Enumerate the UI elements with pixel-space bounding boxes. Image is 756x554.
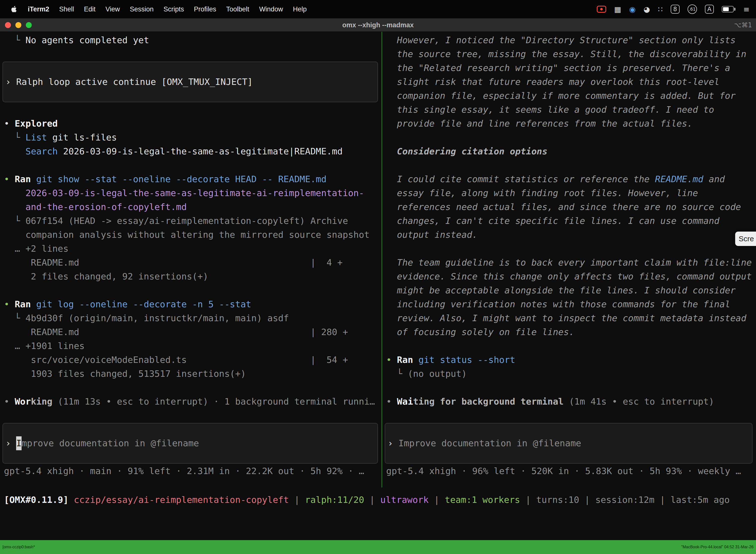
text-segment: Ran	[15, 174, 31, 184]
text-segment	[4, 146, 25, 156]
text-segment: README.md | 280 +	[4, 327, 348, 337]
text-segment: |	[289, 495, 305, 505]
battery-icon[interactable]	[722, 6, 736, 12]
text-segment: However, I noticed the "Directory Struct…	[386, 35, 736, 45]
terminal-line: • Ran git status --short	[386, 353, 756, 367]
terminal-line: and-the-erosion-of-copyleft.md	[4, 200, 381, 214]
text-segment: 2 files changed, 92 insertions(+)	[4, 271, 208, 281]
terminal-line: └ No agents completed yet	[4, 33, 381, 47]
battery-body	[722, 6, 734, 12]
battery-fill	[723, 7, 729, 11]
terminal-line: • Waiting for background terminal (1m 41…	[386, 395, 756, 408]
screen-share-overlay[interactable]: Scre	[735, 232, 756, 246]
terminal-line: companion analysis without altering the …	[4, 228, 381, 242]
text-segment: git status --short	[413, 355, 515, 365]
gauge-61-icon[interactable]: .61	[688, 4, 697, 14]
blank-line	[4, 408, 381, 423]
menu-bar-status-icons: ▦◉◕∷8.61A≡	[597, 4, 750, 14]
blank-line	[386, 242, 756, 256]
text-segment: No agents completed yet	[25, 35, 149, 45]
text-segment: •	[4, 118, 15, 128]
text-segment: the source tree, missing the essay. Stil…	[386, 49, 746, 59]
terminal-line: • Explored	[4, 117, 381, 130]
text-segment: └	[4, 132, 25, 143]
text-segment: Wai	[397, 396, 413, 406]
terminal-line: Search 2026-03-09-is-legal-the-same-as-l…	[4, 145, 381, 158]
prompt-input[interactable]: › Improve documentation in @filename	[2, 423, 378, 464]
terminal: └ No agents completed yet› Ralph loop ac…	[0, 32, 756, 554]
text-segment: git log --oneline --decorate -n 5 --stat	[31, 299, 251, 309]
keycap-8-icon[interactable]: 8	[671, 5, 680, 14]
text-segment: [OMX#0.11.9]	[4, 495, 74, 505]
menu-item-scripts[interactable]: Scripts	[159, 5, 189, 13]
window-title-bar: omx --xhigh --madmax ⌥⌘1	[0, 18, 756, 32]
menu-item-iterm2[interactable]: iTerm2	[23, 5, 54, 13]
text-segment: gpt-5.4 xhigh · 96% left · 520K in · 5.8…	[386, 466, 741, 476]
terminal-line: └ List git ls-files	[4, 130, 381, 145]
terminal-line: this single essay, it seems like a good …	[386, 103, 756, 117]
text-segment: companion file, especially if more comme…	[386, 91, 736, 101]
terminal-line: essay file, along with finding root file…	[386, 186, 756, 200]
ralph-loop-banner: › Ralph loop active continue [OMX_TMUX_I…	[2, 62, 378, 102]
terminal-line: src/voice/voiceModeEnabled.ts | 54 +	[4, 353, 381, 367]
terminal-line: • Ran git log --oneline --decorate -n 5 …	[4, 297, 381, 311]
blank-line	[386, 408, 756, 423]
text-segment: | turns:10 | session:12m | last:5m ago	[520, 495, 730, 505]
text-segment: Wor	[15, 396, 31, 406]
text-segment: might be acceptable alongside the file l…	[386, 285, 736, 295]
input-source-icon[interactable]: A	[705, 5, 714, 14]
text-segment: Ran	[15, 299, 31, 309]
text-segment: output instead.	[386, 230, 478, 240]
screen-recording-icon[interactable]	[597, 6, 606, 13]
text-segment: companion analysis without altering the …	[4, 230, 370, 240]
window-grid-icon[interactable]: ▦	[614, 5, 621, 14]
timer-circle-icon[interactable]: ◕	[644, 5, 650, 14]
text-segment: └ 067f154 (HEAD -> essay/ai-reimplementa…	[4, 216, 348, 226]
apple-menu-icon[interactable]	[11, 5, 17, 13]
terminal-line: the "Related research writing" section i…	[386, 61, 756, 75]
blank-line	[4, 158, 381, 172]
terminal-line: changes, I can't cite specific file line…	[386, 214, 756, 228]
blue-orb-icon[interactable]: ◉	[629, 5, 635, 14]
blank-line	[4, 381, 381, 395]
dots-grid-icon[interactable]: ∷	[658, 5, 663, 14]
menu-item-shell[interactable]: Shell	[54, 5, 79, 13]
text-segment: cczip/essay/ai-reimplementation-copyleft	[74, 495, 289, 505]
terminal-line: README.md | 4 +	[4, 256, 381, 270]
omx-status-line: [OMX#0.11.9] cczip/essay/ai-reimplementa…	[4, 493, 756, 507]
terminal-line: 2 files changed, 92 insertions(+)	[4, 270, 381, 283]
menu-bar-left: iTerm2 ShellEditViewSessionScriptsProfil…	[10, 5, 312, 13]
terminal-line: evidence. Since this change only affects…	[386, 270, 756, 283]
text-segment: git show --stat --oneline --decorate HEA…	[31, 174, 326, 184]
text-segment: git ls-files	[47, 132, 117, 143]
text-segment: ›	[388, 436, 398, 450]
text-segment: •	[4, 299, 15, 309]
text-segment: team:1 workers	[445, 495, 520, 505]
tmux-session-label: [omx-cczip0:bash*	[2, 540, 35, 554]
terminal-line: review. Also, I might want to inspect th…	[386, 311, 756, 325]
text-segment: └ 4b9d30f (origin/main, instructkr/main,…	[4, 313, 289, 323]
text-segment: List	[25, 132, 47, 143]
menu-item-window[interactable]: Window	[254, 5, 288, 13]
blank-line	[386, 130, 756, 145]
menu-item-view[interactable]: View	[101, 5, 125, 13]
terminal-line: Considering citation options	[386, 145, 756, 158]
right-pane[interactable]: However, I noticed the "Directory Struct…	[382, 33, 756, 480]
menu-item-toolbelt[interactable]: Toolbelt	[221, 5, 254, 13]
terminal-line: README.md | 280 +	[4, 325, 381, 339]
text-segment: references need actual files, and since …	[386, 202, 741, 212]
text-segment: Considering citation options	[386, 146, 548, 156]
menu-item-session[interactable]: Session	[125, 5, 159, 13]
terminal-line: The team guideline is to back every impo…	[386, 256, 756, 270]
menu-item-profiles[interactable]: Profiles	[189, 5, 221, 13]
left-pane[interactable]: └ No agents completed yet› Ralph loop ac…	[0, 33, 381, 480]
text-segment: README.md	[655, 174, 703, 184]
menu-item-edit[interactable]: Edit	[79, 5, 101, 13]
terminal-line: 1903 files changed, 513517 insertions(+)	[4, 367, 381, 381]
menu-extra-icon[interactable]: ≡	[743, 5, 750, 14]
text-segment: Explored	[15, 118, 58, 128]
text-segment: review. Also, I might want to inspect th…	[386, 313, 746, 323]
menu-item-help[interactable]: Help	[288, 5, 312, 13]
text-segment: Improve documentation in @filename	[398, 436, 581, 450]
prompt-input[interactable]: › Improve documentation in @filename	[385, 423, 753, 464]
